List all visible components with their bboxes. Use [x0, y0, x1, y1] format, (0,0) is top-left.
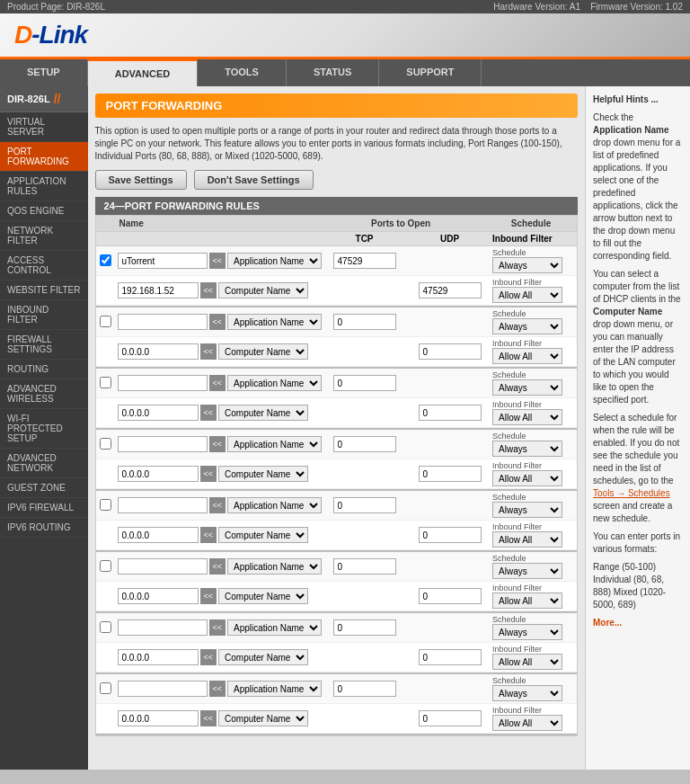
- app-name-arrow-btn-7[interactable]: <<: [209, 681, 226, 697]
- rule-udp-input-7[interactable]: [419, 710, 482, 726]
- rule-tcp-input-4[interactable]: [333, 497, 396, 513]
- rule-checkbox-4[interactable]: [100, 499, 111, 511]
- app-name-select-2[interactable]: Application Name: [227, 375, 322, 391]
- rule-name-input-1[interactable]: [118, 314, 208, 330]
- tab-advanced[interactable]: ADVANCED: [88, 59, 199, 86]
- schedule-select-4[interactable]: AlwaysNever: [492, 502, 562, 518]
- dont-save-settings-button[interactable]: Don't Save Settings: [194, 170, 314, 190]
- sidebar-item-network-filter[interactable]: NETWORK FILTER: [0, 221, 88, 251]
- rule-ip-input-3[interactable]: [118, 466, 199, 482]
- app-name-select-7[interactable]: Application Name: [227, 681, 322, 697]
- rule-ip-input-6[interactable]: [118, 649, 199, 665]
- sidebar-item-port-forwarding[interactable]: PORT FORWARDING: [0, 142, 88, 172]
- app-name-arrow-btn-3[interactable]: <<: [209, 436, 226, 452]
- schedule-select-0[interactable]: AlwaysNever: [492, 257, 562, 273]
- schedule-select-7[interactable]: AlwaysNever: [492, 685, 562, 701]
- schedule-select-5[interactable]: AlwaysNever: [492, 563, 562, 579]
- inbound-select-7[interactable]: Allow AllBlock All: [492, 715, 562, 731]
- app-name-arrow-btn-2[interactable]: <<: [209, 375, 226, 391]
- rule-udp-input-0[interactable]: [419, 282, 482, 298]
- computer-name-select-0[interactable]: Computer Name: [218, 282, 308, 298]
- rule-tcp-input-6[interactable]: [333, 619, 396, 636]
- computer-name-arrow-btn-3[interactable]: <<: [200, 466, 217, 482]
- schedule-select-6[interactable]: AlwaysNever: [492, 624, 562, 640]
- inbound-select-2[interactable]: Allow AllBlock All: [492, 409, 562, 425]
- inbound-select-5[interactable]: Allow AllBlock All: [492, 592, 562, 609]
- sidebar-item-guest-zone[interactable]: GUEST ZONE: [0, 478, 88, 498]
- computer-name-select-5[interactable]: Computer Name: [218, 588, 308, 604]
- tab-status[interactable]: STATUS: [287, 59, 379, 86]
- computer-name-select-7[interactable]: Computer Name: [218, 710, 308, 726]
- rule-tcp-input-7[interactable]: [333, 681, 396, 697]
- app-name-arrow-btn-0[interactable]: <<: [209, 253, 226, 269]
- inbound-select-6[interactable]: Allow AllBlock All: [492, 654, 562, 670]
- rule-ip-input-0[interactable]: [118, 282, 199, 298]
- computer-name-select-3[interactable]: Computer Name: [218, 466, 308, 482]
- rule-udp-input-6[interactable]: [419, 649, 482, 665]
- app-name-arrow-btn-4[interactable]: <<: [209, 497, 226, 513]
- rule-tcp-input-1[interactable]: [333, 314, 396, 330]
- sidebar-item-advanced-network[interactable]: ADVANCED NETWORK: [0, 449, 88, 478]
- app-name-select-6[interactable]: Application Name: [227, 619, 322, 636]
- rule-checkbox-0[interactable]: [100, 254, 111, 266]
- rule-checkbox-6[interactable]: [100, 621, 111, 633]
- rule-name-input-2[interactable]: [118, 375, 208, 391]
- rule-name-input-4[interactable]: [118, 497, 208, 513]
- rule-checkbox-3[interactable]: [100, 438, 111, 450]
- rule-ip-input-5[interactable]: [118, 588, 199, 604]
- computer-name-arrow-btn-2[interactable]: <<: [200, 405, 217, 421]
- computer-name-arrow-btn-7[interactable]: <<: [200, 710, 217, 726]
- save-settings-button[interactable]: Save Settings: [95, 170, 187, 190]
- inbound-select-1[interactable]: Allow AllBlock All: [492, 348, 562, 364]
- schedule-select-1[interactable]: AlwaysNever: [492, 318, 562, 334]
- computer-name-select-2[interactable]: Computer Name: [218, 405, 308, 421]
- sidebar-item-website-filter[interactable]: WEBSITE FILTER: [0, 281, 88, 300]
- computer-name-arrow-btn-0[interactable]: <<: [200, 282, 217, 298]
- tab-support[interactable]: SUPPORT: [379, 59, 482, 86]
- sidebar-item-advanced-wireless[interactable]: ADVANCED WIRELESS: [0, 379, 88, 409]
- more-link[interactable]: More...: [593, 618, 622, 628]
- rule-checkbox-7[interactable]: [100, 682, 111, 694]
- rule-ip-input-1[interactable]: [118, 343, 199, 360]
- rule-ip-input-2[interactable]: [118, 405, 199, 421]
- rule-checkbox-1[interactable]: [100, 316, 111, 327]
- rule-tcp-input-3[interactable]: [333, 436, 396, 452]
- schedule-select-3[interactable]: AlwaysNever: [492, 441, 562, 457]
- rule-udp-input-3[interactable]: [419, 466, 482, 482]
- rule-udp-input-4[interactable]: [419, 527, 482, 543]
- sidebar-item-qos-engine[interactable]: QOS ENGINE: [0, 201, 88, 221]
- rule-checkbox-2[interactable]: [100, 377, 111, 388]
- rule-tcp-input-2[interactable]: [333, 375, 396, 391]
- app-name-arrow-btn-1[interactable]: <<: [209, 314, 226, 330]
- computer-name-select-6[interactable]: Computer Name: [218, 649, 308, 665]
- sidebar-item-ipv6-routing[interactable]: IPV6 ROUTING: [0, 518, 88, 538]
- sidebar-item-virtual-server[interactable]: VIRTUAL SERVER: [0, 112, 88, 142]
- rule-udp-input-1[interactable]: [419, 343, 482, 360]
- sidebar-item-routing[interactable]: ROUTING: [0, 360, 88, 379]
- rule-tcp-input-5[interactable]: [333, 558, 396, 575]
- computer-name-arrow-btn-5[interactable]: <<: [200, 588, 217, 604]
- rule-ip-input-7[interactable]: [118, 710, 199, 726]
- sidebar-item-wps[interactable]: WI-FI PROTECTED SETUP: [0, 409, 88, 449]
- sidebar-item-application-rules[interactable]: APPLICATION RULES: [0, 172, 88, 201]
- computer-name-arrow-btn-4[interactable]: <<: [200, 527, 217, 543]
- sidebar-item-firewall-settings[interactable]: FIREWALL SETTINGS: [0, 330, 88, 360]
- app-name-select-5[interactable]: Application Name: [227, 558, 322, 575]
- rule-name-input-0[interactable]: [118, 253, 208, 269]
- rule-udp-input-2[interactable]: [419, 405, 482, 421]
- inbound-select-4[interactable]: Allow AllBlock All: [492, 531, 562, 548]
- rule-name-input-6[interactable]: [118, 619, 208, 636]
- tab-tools[interactable]: TOOLS: [198, 59, 287, 86]
- rule-tcp-input-0[interactable]: [333, 253, 396, 269]
- rule-checkbox-5[interactable]: [100, 560, 111, 572]
- sidebar-item-inbound-filter[interactable]: INBOUND FILTER: [0, 300, 88, 330]
- app-name-select-4[interactable]: Application Name: [227, 497, 322, 513]
- inbound-select-0[interactable]: Allow AllBlock All: [492, 287, 562, 303]
- rule-name-input-7[interactable]: [118, 681, 208, 697]
- sidebar-item-ipv6-firewall[interactable]: IPV6 FIREWALL: [0, 498, 88, 518]
- sidebar-item-access-control[interactable]: ACCESS CONTROL: [0, 251, 88, 281]
- rule-name-input-5[interactable]: [118, 558, 208, 575]
- app-name-select-0[interactable]: Application Name: [227, 253, 322, 269]
- inbound-select-3[interactable]: Allow AllBlock All: [492, 470, 562, 486]
- app-name-select-3[interactable]: Application Name: [227, 436, 322, 452]
